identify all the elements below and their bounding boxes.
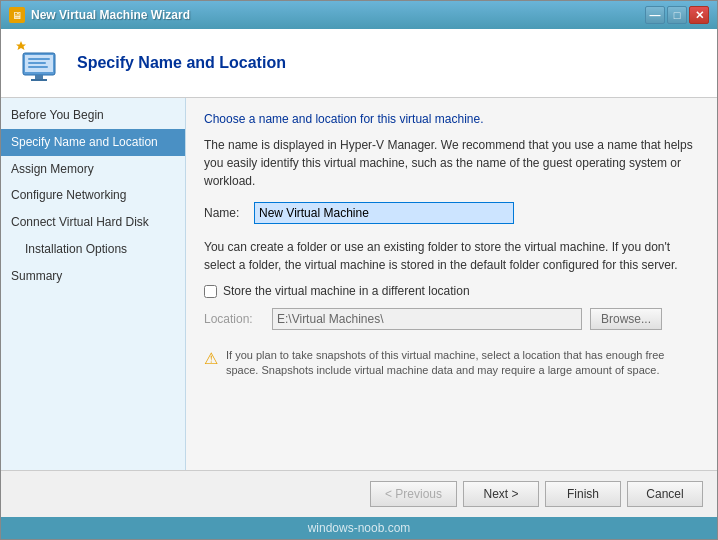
title-bar: 🖥 New Virtual Machine Wizard — □ ✕	[1, 1, 717, 29]
folder-desc: You can create a folder or use an existi…	[204, 238, 699, 274]
warning-box: ⚠ If you plan to take snapshots of this …	[204, 344, 699, 383]
sidebar-item-summary[interactable]: Summary	[1, 263, 185, 290]
location-checkbox-label[interactable]: Store the virtual machine in a different…	[223, 284, 470, 298]
location-checkbox-row: Store the virtual machine in a different…	[204, 284, 699, 298]
minimize-button[interactable]: —	[645, 6, 665, 24]
cancel-button[interactable]: Cancel	[627, 481, 703, 507]
footer: < Previous Next > Finish Cancel	[1, 470, 717, 517]
sidebar-item-configure-networking[interactable]: Configure Networking	[1, 182, 185, 209]
wizard-window: 🖥 New Virtual Machine Wizard — □ ✕ Speci…	[0, 0, 718, 540]
svg-rect-6	[28, 62, 46, 64]
sidebar-item-connect-vhd[interactable]: Connect Virtual Hard Disk	[1, 209, 185, 236]
name-label: Name:	[204, 206, 246, 220]
browse-button[interactable]: Browse...	[590, 308, 662, 330]
title-bar-left: 🖥 New Virtual Machine Wizard	[9, 7, 190, 23]
close-button[interactable]: ✕	[689, 6, 709, 24]
next-button[interactable]: Next >	[463, 481, 539, 507]
svg-marker-0	[16, 41, 26, 50]
location-input	[272, 308, 582, 330]
sidebar: Before You Begin Specify Name and Locati…	[1, 98, 186, 470]
previous-button[interactable]: < Previous	[370, 481, 457, 507]
sidebar-item-before-you-begin[interactable]: Before You Begin	[1, 102, 185, 129]
window-controls: — □ ✕	[645, 6, 709, 24]
content-desc: The name is displayed in Hyper-V Manager…	[204, 136, 699, 190]
sidebar-item-assign-memory[interactable]: Assign Memory	[1, 156, 185, 183]
svg-rect-3	[35, 75, 43, 79]
location-label: Location:	[204, 312, 264, 326]
warning-icon: ⚠	[204, 349, 218, 368]
maximize-button[interactable]: □	[667, 6, 687, 24]
content-intro: Choose a name and location for this virt…	[204, 112, 699, 126]
window-title: New Virtual Machine Wizard	[31, 8, 190, 22]
watermark: windows-noob.com	[1, 517, 717, 539]
svg-rect-4	[31, 79, 47, 81]
header-title: Specify Name and Location	[77, 54, 286, 72]
name-row: Name:	[204, 202, 699, 224]
name-input[interactable]	[254, 202, 514, 224]
sidebar-item-installation-options[interactable]: Installation Options	[1, 236, 185, 263]
svg-rect-5	[28, 58, 50, 60]
header-panel: Specify Name and Location	[1, 29, 717, 98]
location-row: Location: Browse...	[204, 308, 699, 330]
sidebar-item-specify-name-location[interactable]: Specify Name and Location	[1, 129, 185, 156]
content-area: Choose a name and location for this virt…	[186, 98, 717, 470]
svg-rect-7	[28, 66, 48, 68]
finish-button[interactable]: Finish	[545, 481, 621, 507]
header-vm-icon	[15, 39, 63, 87]
warning-text: If you plan to take snapshots of this vi…	[226, 348, 699, 379]
location-checkbox[interactable]	[204, 285, 217, 298]
main-layout: Before You Begin Specify Name and Locati…	[1, 98, 717, 470]
app-icon: 🖥	[9, 7, 25, 23]
